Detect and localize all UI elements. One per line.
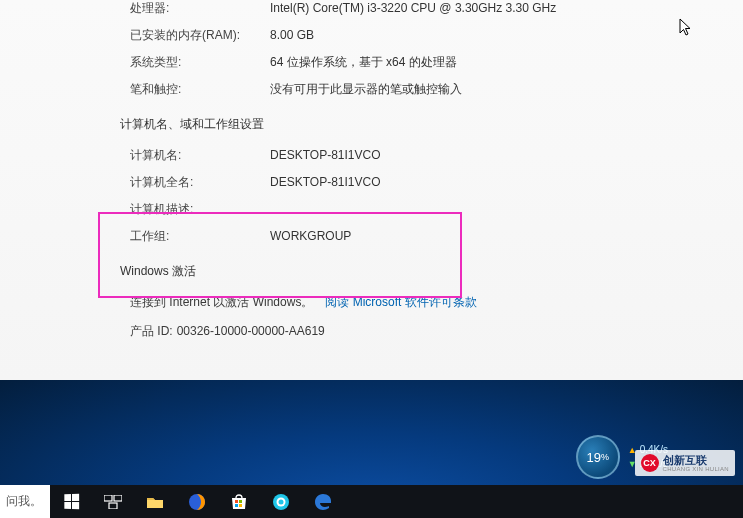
spec-label: 系统类型:	[130, 54, 270, 71]
watermark-logo-icon: CX	[641, 454, 659, 472]
workgroup-row: 工作组: WORKGROUP	[130, 228, 723, 245]
search-text-fragment: 问我。	[6, 493, 42, 510]
network-percent-suffix: %	[601, 452, 609, 462]
store-button[interactable]	[218, 485, 260, 518]
watermark: CX 创新互联 CHUANG XIN HULIAN	[635, 450, 735, 476]
product-id-row: 产品 ID: 00326-10000-00000-AA619	[130, 323, 723, 340]
svg-rect-4	[235, 500, 238, 503]
spec-pen-touch: 笔和触控: 没有可用于此显示器的笔或触控输入	[130, 81, 723, 98]
network-percent-circle: 19%	[576, 435, 620, 479]
svg-rect-5	[239, 500, 242, 503]
firefox-button[interactable]	[176, 485, 218, 518]
spec-label: 计算机描述:	[130, 201, 270, 218]
spec-value: WORKGROUP	[270, 229, 351, 243]
spec-label: 已安装的内存(RAM):	[130, 27, 270, 44]
360-browser-icon	[272, 493, 290, 511]
network-percent: 19	[586, 450, 600, 465]
computer-fullname-row: 计算机全名: DESKTOP-81I1VCO	[130, 174, 723, 191]
svg-rect-1	[114, 495, 122, 501]
folder-icon	[146, 495, 164, 509]
start-button[interactable]	[50, 485, 92, 518]
computer-desc-row: 计算机描述:	[130, 201, 723, 218]
activation-section-header: Windows 激活	[120, 263, 723, 280]
task-view-icon	[104, 495, 122, 509]
product-id-value: 00326-10000-00000-AA619	[177, 324, 325, 338]
spec-processor: 处理器: Intel(R) Core(TM) i3-3220 CPU @ 3.3…	[130, 0, 723, 17]
system-info-panel: 处理器: Intel(R) Core(TM) i3-3220 CPU @ 3.3…	[0, 0, 743, 380]
watermark-title: 创新互联	[663, 454, 707, 466]
spec-label: 笔和触控:	[130, 81, 270, 98]
product-id-label: 产品 ID:	[130, 323, 173, 340]
svg-rect-7	[239, 504, 242, 507]
spec-value: 没有可用于此显示器的笔或触控输入	[270, 81, 462, 98]
desktop-background[interactable]: 19% ▲0.4K/s ▼2.9K/s	[0, 380, 743, 485]
activation-highlight-box	[98, 212, 462, 298]
edge-icon	[314, 493, 332, 511]
task-view-button[interactable]	[92, 485, 134, 518]
spec-system-type: 系统类型: 64 位操作系统，基于 x64 的处理器	[130, 54, 723, 71]
watermark-text: 创新互联 CHUANG XIN HULIAN	[663, 455, 729, 472]
svg-rect-6	[235, 504, 238, 507]
spec-value: 64 位操作系统，基于 x64 的处理器	[270, 54, 457, 71]
activation-status-row: 连接到 Internet 以激活 Windows。 阅读 Microsoft 软…	[130, 294, 723, 311]
windows-logo-icon	[64, 494, 79, 510]
store-icon	[230, 494, 248, 510]
spec-ram: 已安装的内存(RAM): 8.00 GB	[130, 27, 723, 44]
spec-label: 处理器:	[130, 0, 270, 17]
svg-rect-0	[104, 495, 112, 501]
spec-value: Intel(R) Core(TM) i3-3220 CPU @ 3.30GHz …	[270, 1, 556, 15]
computer-section-header: 计算机名、域和工作组设置	[120, 116, 723, 133]
activation-status: 连接到 Internet 以激活 Windows。	[130, 294, 313, 311]
spec-value: 8.00 GB	[270, 28, 314, 42]
spec-value: DESKTOP-81I1VCO	[270, 148, 380, 162]
watermark-sub: CHUANG XIN HULIAN	[663, 466, 729, 472]
edge-button[interactable]	[302, 485, 344, 518]
search-box-fragment[interactable]: 问我。	[0, 485, 50, 518]
license-terms-link[interactable]: 阅读 Microsoft 软件许可条款	[325, 294, 476, 311]
spec-label: 工作组:	[130, 228, 270, 245]
spec-label: 计算机全名:	[130, 174, 270, 191]
spec-label: 计算机名:	[130, 147, 270, 164]
mouse-cursor-icon	[679, 18, 693, 38]
360-browser-button[interactable]	[260, 485, 302, 518]
file-explorer-button[interactable]	[134, 485, 176, 518]
svg-rect-2	[109, 503, 117, 509]
svg-point-10	[279, 499, 284, 504]
spec-value: DESKTOP-81I1VCO	[270, 175, 380, 189]
firefox-icon	[188, 493, 206, 511]
computer-name-row: 计算机名: DESKTOP-81I1VCO	[130, 147, 723, 164]
taskbar: 问我。	[0, 485, 743, 518]
